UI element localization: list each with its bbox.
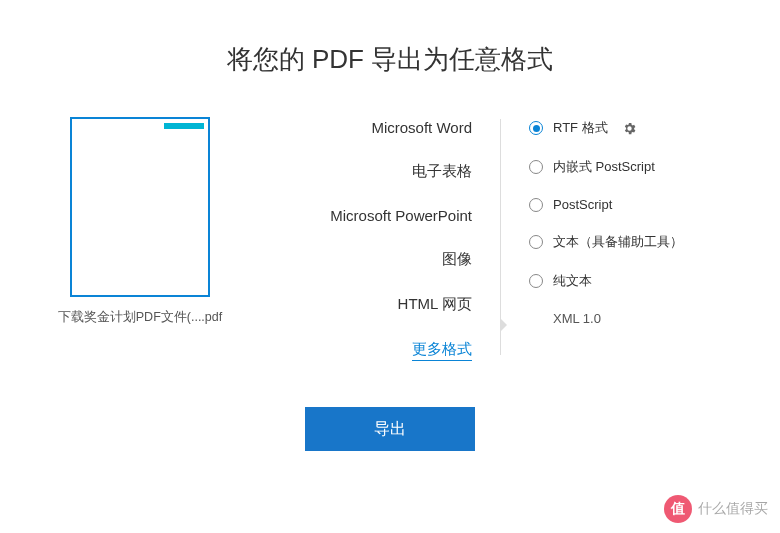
radio-icon (529, 121, 543, 135)
category-html[interactable]: HTML 网页 (398, 295, 472, 314)
option-xml[interactable]: XML 1.0 (529, 311, 740, 326)
category-word[interactable]: Microsoft Word (371, 119, 472, 136)
option-label: 内嵌式 PostScript (553, 158, 655, 176)
category-more-formats[interactable]: 更多格式 (412, 340, 472, 361)
watermark-badge-icon: 值 (664, 495, 692, 523)
option-postscript[interactable]: PostScript (529, 197, 740, 212)
option-label: 纯文本 (553, 272, 592, 290)
category-image[interactable]: 图像 (442, 250, 472, 269)
option-label: XML 1.0 (553, 311, 601, 326)
options-list: RTF 格式 内嵌式 PostScript PostScript 文本（具备辅助… (501, 117, 740, 361)
category-spreadsheet[interactable]: 电子表格 (412, 162, 472, 181)
option-label: 文本（具备辅助工具） (553, 233, 683, 251)
page-title: 将您的 PDF 导出为任意格式 (0, 0, 780, 117)
file-thumbnail[interactable] (70, 117, 210, 297)
option-embedded-ps[interactable]: 内嵌式 PostScript (529, 158, 740, 176)
watermark-text: 什么值得买 (698, 500, 768, 518)
option-plain-text[interactable]: 纯文本 (529, 272, 740, 290)
option-label: RTF 格式 (553, 119, 608, 137)
radio-icon (529, 274, 543, 288)
category-powerpoint[interactable]: Microsoft PowerPoint (330, 207, 472, 224)
vertical-divider (500, 119, 501, 355)
radio-icon (529, 160, 543, 174)
option-text-accessible[interactable]: 文本（具备辅助工具） (529, 233, 740, 251)
file-name-label: 下载奖金计划PDF文件(....pdf (58, 309, 222, 326)
watermark: 值 什么值得买 (664, 495, 768, 523)
main-content: 下载奖金计划PDF文件(....pdf Microsoft Word 电子表格 … (0, 117, 780, 361)
radio-icon (529, 198, 543, 212)
radio-icon (529, 235, 543, 249)
category-list: Microsoft Word 电子表格 Microsoft PowerPoint… (240, 117, 500, 361)
export-button[interactable]: 导出 (305, 407, 475, 451)
file-panel: 下载奖金计划PDF文件(....pdf (40, 117, 240, 361)
option-label: PostScript (553, 197, 612, 212)
option-rtf[interactable]: RTF 格式 (529, 119, 740, 137)
gear-icon[interactable] (622, 121, 637, 136)
